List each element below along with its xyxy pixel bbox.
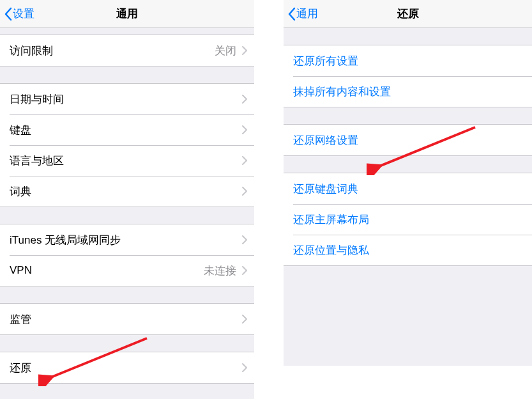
chevron-right-icon [241,125,248,135]
row-label: 抹掉所有内容和设置 [293,84,526,99]
row-value: 未连接 [204,263,236,278]
row-value: 关闭 [215,43,236,58]
row-label: 词典 [10,184,241,199]
row-reset-network[interactable]: 还原网络设置 [284,125,532,155]
row-reset-home-layout[interactable]: 还原主屏幕布局 [284,204,532,235]
reset-screen: 通用 还原 还原所有设置 抹掉所有内容和设置 还原网络设置 [284,0,532,366]
chevron-right-icon [241,45,248,56]
row-label: 日期与时间 [10,92,241,107]
row-label: 还原所有设置 [293,54,526,68]
row-date-time[interactable]: 日期与时间 [0,84,254,114]
row-reset-all-settings[interactable]: 还原所有设置 [284,45,532,76]
row-label: 还原主屏幕布局 [293,212,526,227]
chevron-right-icon [241,235,248,245]
chevron-left-icon [287,7,296,21]
row-supervision[interactable]: 监管 [0,304,254,334]
nav-bar: 通用 还原 [284,0,532,28]
nav-title: 通用 [0,6,254,21]
row-reset-keyboard-dict[interactable]: 还原键盘词典 [284,173,532,204]
row-itunes-wifi-sync[interactable]: iTunes 无线局域网同步 [0,224,254,255]
row-erase-all[interactable]: 抹掉所有内容和设置 [284,76,532,107]
row-reset-location-privacy[interactable]: 还原位置与隐私 [284,235,532,265]
row-vpn[interactable]: VPN 未连接 [0,255,254,286]
chevron-right-icon [241,155,248,166]
row-label: 还原键盘词典 [293,182,526,196]
chevron-right-icon [241,265,248,276]
general-settings-screen: 设置 通用 访问限制 关闭 日期与时间 键盘 [0,0,254,399]
back-label: 设置 [13,6,34,21]
row-reset[interactable]: 还原 [0,352,254,383]
back-label: 通用 [296,6,318,21]
row-label: iTunes 无线局域网同步 [10,233,241,247]
chevron-left-icon [4,7,13,21]
row-restrictions[interactable]: 访问限制 关闭 [0,35,254,66]
nav-title: 还原 [284,6,532,21]
row-label: 还原位置与隐私 [293,243,526,258]
chevron-right-icon [241,314,248,324]
content: 还原所有设置 抹掉所有内容和设置 还原网络设置 还原键盘词典 还原主屏幕布局 [284,28,532,362]
row-label: 还原 [10,361,241,375]
chevron-right-icon [241,94,248,104]
row-keyboard[interactable]: 键盘 [0,114,254,145]
content: 访问限制 关闭 日期与时间 键盘 语言与地区 [0,28,254,384]
back-button[interactable]: 通用 [284,6,318,21]
row-language-region[interactable]: 语言与地区 [0,145,254,176]
row-label: 还原网络设置 [293,133,526,148]
row-label: 键盘 [10,123,241,137]
nav-bar: 设置 通用 [0,0,254,28]
row-label: VPN [10,264,204,277]
chevron-right-icon [241,363,248,373]
row-label: 语言与地区 [10,153,241,168]
row-dictionary[interactable]: 词典 [0,176,254,207]
row-label: 监管 [10,312,241,327]
row-label: 访问限制 [10,43,215,58]
back-button[interactable]: 设置 [0,6,34,21]
chevron-right-icon [241,186,248,196]
